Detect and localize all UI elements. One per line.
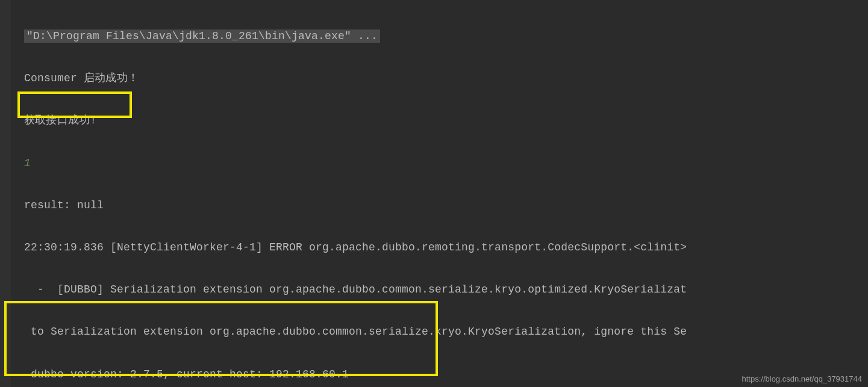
- editor-gutter: [0, 0, 11, 387]
- java-command: "D:\Program Files\Java\jdk1.8.0_261\bin\…: [24, 29, 380, 43]
- console-line: Consumer 启动成功！: [24, 68, 862, 89]
- watermark-text: https://blog.csdn.net/qq_37931744: [742, 374, 863, 383]
- console-output[interactable]: "D:\Program Files\Java\jdk1.8.0_261\bin\…: [0, 0, 868, 387]
- console-error-line: 22:30:19.836 [NettyClientWorker-4-1] ERR…: [24, 237, 862, 258]
- console-error-line: - [DUBBO] Serialization extension org.ap…: [24, 279, 862, 300]
- console-command-line: "D:\Program Files\Java\jdk1.8.0_261\bin\…: [24, 26, 862, 47]
- console-line-number: 1: [24, 153, 862, 174]
- console-result-null: result: null: [24, 195, 862, 216]
- console-line: 获取接口成功!: [24, 110, 862, 131]
- console-error-line: dubbo version: 2.7.5, current host: 192.…: [24, 364, 862, 385]
- console-error-line: to Serialization extension org.apache.du…: [24, 321, 862, 342]
